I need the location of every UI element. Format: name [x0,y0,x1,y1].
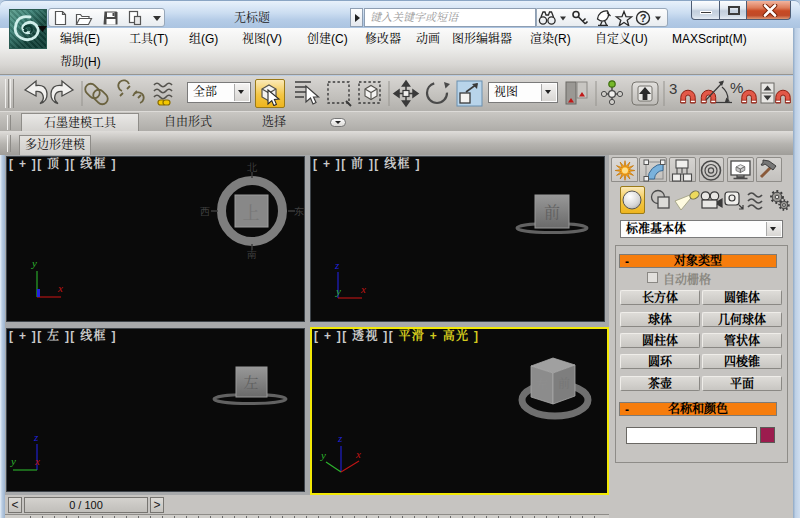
svg-text:y: y [320,449,326,461]
svg-text:z: z [337,432,343,444]
svg-text:x: x [360,283,366,295]
svg-text:x: x [355,448,361,460]
svg-text:左: 左 [536,375,548,392]
svg-text:y: y [31,257,37,269]
svg-text:西: 西 [200,203,210,218]
svg-text:左: 左 [243,371,258,392]
svg-text:前: 前 [544,200,560,223]
svg-text:x: x [57,282,63,294]
svg-text:y: y [335,285,341,297]
svg-text:x: x [34,455,40,467]
svg-text:y: y [10,455,16,467]
svg-text:南: 南 [247,246,257,261]
svg-text:%: % [730,79,743,96]
svg-text:上: 上 [243,199,260,224]
svg-text:z: z [33,431,39,443]
svg-text:东: 东 [294,203,304,218]
svg-text:3: 3 [669,80,677,97]
svg-text:?: ? [640,12,647,24]
svg-text:北: 北 [247,159,258,174]
svg-text:z: z [334,259,340,271]
svg-text:前: 前 [558,374,570,391]
